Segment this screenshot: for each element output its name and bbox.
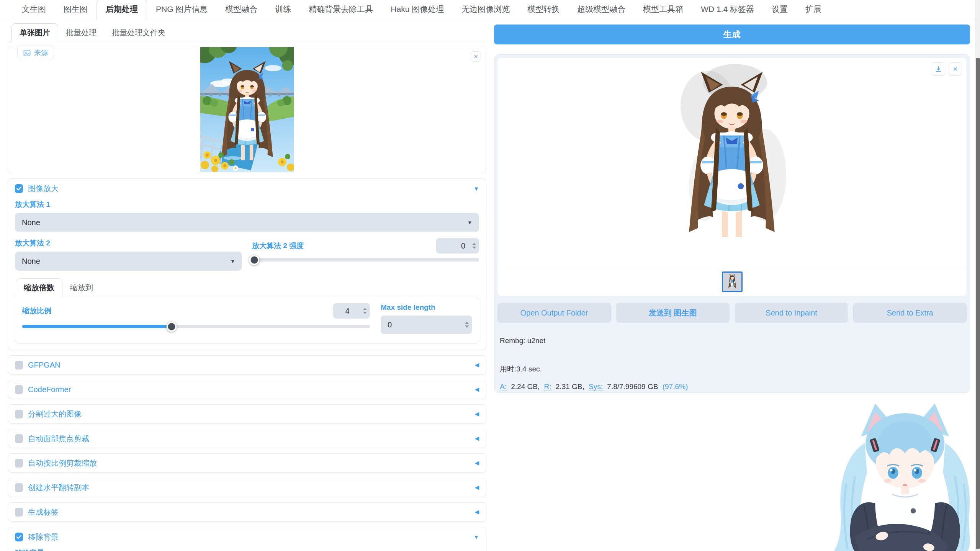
accordion-auto-sized-crop-header[interactable]: 自动按比例剪裁缩放 ◀	[15, 458, 479, 468]
upscaler2-dropdown[interactable]: None ▼	[15, 252, 242, 271]
tab-single-image[interactable]: 单张图片	[11, 23, 58, 42]
rembg-model-label: 移除背景	[15, 548, 157, 551]
accordion-rembg-title: 移除背景	[28, 532, 59, 542]
upscaler2-strength-input[interactable]: 0	[436, 238, 479, 253]
accordion-split-oversized-header[interactable]: 分割过大的图像 ◀	[15, 409, 479, 419]
scale-ratio-slider[interactable]	[22, 325, 370, 328]
nav-tab-model-converter[interactable]: 模型转换	[519, 0, 568, 19]
upscale-enabled-checkbox[interactable]	[15, 184, 23, 193]
auto-focal-crop-checkbox[interactable]	[15, 434, 23, 443]
accordion-upscale-header[interactable]: 图像放大 ▼	[15, 183, 479, 194]
chevron-down-icon: ▼	[467, 220, 472, 226]
result-thumbnail[interactable]	[722, 271, 743, 292]
max-side-length-input[interactable]: 0	[381, 316, 472, 334]
accordion-auto-focal-crop-title: 自动面部焦点剪裁	[28, 433, 89, 444]
clear-source-button[interactable]: ✕	[471, 51, 481, 62]
source-label: 来源	[17, 46, 54, 60]
generate-button[interactable]: 生成	[494, 25, 970, 44]
accordion-gfpgan-header[interactable]: GFPGAN ◀	[15, 361, 479, 370]
source-image-dropzone[interactable]: 来源 ✕	[8, 46, 486, 173]
accordion-caption-header[interactable]: 生成标签 ◀	[15, 507, 479, 517]
chevron-left-icon: ◀	[474, 386, 479, 393]
tab-batch-process[interactable]: 批量处理	[58, 24, 104, 42]
accordion-split-oversized: 分割过大的图像 ◀	[8, 404, 486, 423]
scale-mode-tabs: 缩放倍数 缩放到	[15, 278, 479, 297]
number-spinner[interactable]	[363, 303, 367, 319]
caption-enabled-checkbox[interactable]	[15, 508, 23, 517]
split-oversized-checkbox[interactable]	[15, 410, 23, 419]
nav-tab-train[interactable]: 训练	[266, 0, 300, 19]
upscaler1-dropdown[interactable]: None ▼	[15, 213, 479, 232]
tab-scale-by[interactable]: 缩放倍数	[16, 278, 62, 297]
send-to-extras-button[interactable]: Send to Extra	[853, 303, 967, 323]
codeformer-enabled-checkbox[interactable]	[15, 385, 23, 394]
nav-tab-png-info[interactable]: PNG 图片信息	[147, 0, 216, 19]
spinner-down-icon[interactable]	[465, 325, 469, 328]
chevron-left-icon: ◀	[474, 435, 479, 442]
spinner-up-icon[interactable]	[472, 243, 476, 245]
number-spinner[interactable]	[465, 316, 469, 334]
result-image-area[interactable]	[497, 58, 967, 267]
scale-ratio-input[interactable]: 4	[333, 303, 370, 319]
page-scrollbar[interactable]	[975, 0, 980, 551]
tab-scale-to[interactable]: 缩放到	[62, 279, 101, 297]
rembg-enabled-checkbox[interactable]	[15, 533, 23, 541]
accordion-create-flipped-copies-header[interactable]: 创建水平翻转副本 ◀	[15, 482, 479, 493]
accordion-codeformer-title: CodeFormer	[28, 385, 71, 394]
scale-ratio-group: 缩放比例 4	[22, 303, 370, 334]
spinner-down-icon[interactable]	[363, 312, 367, 314]
gfpgan-enabled-checkbox[interactable]	[15, 361, 23, 370]
scrollbar-thumb[interactable]	[976, 58, 980, 549]
tab-batch-from-directory[interactable]: 批量处理文件夹	[104, 24, 173, 42]
auto-sized-crop-checkbox[interactable]	[15, 459, 23, 468]
generation-status: Rembg: u2net 用时:3.4 sec. A: 2.24 GB, R: …	[497, 323, 967, 391]
download-button[interactable]	[932, 62, 945, 76]
chevron-left-icon: ◀	[474, 459, 479, 466]
accordion-rembg-header[interactable]: 移除背景 ▼	[15, 532, 479, 542]
nav-tab-checkpoint-merger[interactable]: 模型融合	[216, 0, 266, 19]
create-flipped-copies-checkbox[interactable]	[15, 483, 23, 492]
memory-reserved-value: 2.31 GB,	[556, 383, 584, 391]
close-preview-button[interactable]: ✕	[949, 62, 962, 76]
upscaler2-strength-value: 0	[461, 242, 465, 250]
accordion-auto-focal-crop-header[interactable]: 自动面部焦点剪裁 ◀	[15, 433, 479, 444]
nav-tab-supermerger[interactable]: 超级模型融合	[568, 0, 634, 19]
nav-tab-infinite-image-browsing[interactable]: 无边图像浏览	[453, 0, 519, 19]
upscaler2-strength-slider[interactable]	[252, 258, 479, 262]
source-image	[200, 47, 294, 172]
send-to-img2img-button[interactable]: 发送到 图生图	[616, 303, 730, 323]
nav-tab-settings[interactable]: 设置	[763, 0, 797, 19]
spinner-up-icon[interactable]	[363, 308, 367, 310]
accordion-upscale: 图像放大 ▼ 放大算法 1 None ▼ 放大算法 2 None ▼	[8, 178, 486, 350]
nav-tab-extensions[interactable]: 扩展	[797, 0, 830, 19]
slider-handle[interactable]	[167, 321, 177, 332]
upscaler2-strength-label: 放大算法 2 强度	[252, 241, 304, 251]
memory-active-value: 2.24 GB,	[511, 383, 540, 391]
thumbnail-strip	[497, 267, 967, 296]
upscaler1-value: None	[22, 218, 40, 227]
output-panel: ✕	[494, 54, 970, 393]
result-image	[670, 60, 794, 265]
spinner-down-icon[interactable]	[472, 247, 476, 249]
accordion-codeformer-header[interactable]: CodeFormer ◀	[15, 385, 479, 394]
nav-tab-extras[interactable]: 后期处理	[97, 0, 147, 19]
check-icon	[16, 186, 21, 191]
nav-tab-wd14-tagger[interactable]: WD 1.4 标签器	[692, 0, 763, 19]
open-output-folder-button[interactable]: Open Output Folder	[497, 303, 611, 323]
nav-tab-img2img[interactable]: 图生图	[55, 0, 97, 19]
scale-ratio-label: 缩放比例	[22, 306, 51, 316]
memory-reserved-label: R:	[544, 383, 551, 391]
number-spinner[interactable]	[472, 238, 476, 253]
slider-handle[interactable]	[249, 255, 259, 265]
spinner-up-icon[interactable]	[465, 322, 469, 324]
nav-tab-haku-image[interactable]: Haku 图像处理	[382, 0, 453, 19]
nav-tab-model-toolkit[interactable]: 模型工具箱	[634, 0, 692, 19]
close-icon: ✕	[953, 65, 958, 73]
send-to-inpaint-button[interactable]: Send to Inpaint	[735, 303, 848, 323]
accordion-auto-sized-crop-title: 自动按比例剪裁缩放	[28, 458, 97, 468]
chevron-left-icon: ◀	[474, 508, 479, 515]
nav-tab-abg-remover[interactable]: 精确背景去除工具	[300, 0, 382, 19]
result-actions: Open Output Folder 发送到 图生图 Send to Inpai…	[497, 303, 967, 323]
nav-tab-txt2img[interactable]: 文生图	[13, 0, 55, 19]
accordion-auto-sized-crop: 自动按比例剪裁缩放 ◀	[8, 453, 486, 473]
